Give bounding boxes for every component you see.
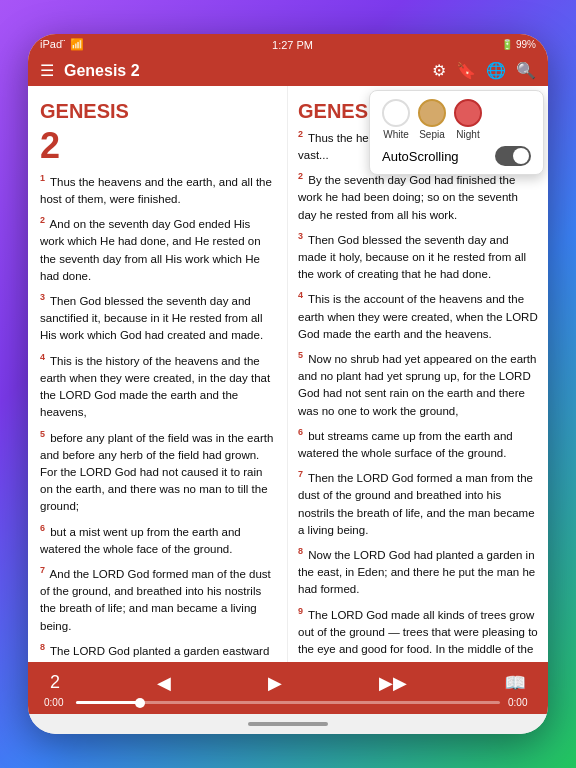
r-verse-text-8: Now the LORD God had planted a garden in… <box>298 549 535 596</box>
toolbar-title: Genesis 2 <box>64 62 422 80</box>
verse-right-8: 8 Now the LORD God had planted a garden … <box>298 545 538 599</box>
verse-right-6: 6 but streams came up from the earth and… <box>298 426 538 462</box>
verse-text-1: Thus the heavens and the earth, and all … <box>40 176 272 205</box>
verse-text-6: but a mist went up from the earth and wa… <box>40 525 241 554</box>
battery-level: 99% <box>516 39 536 50</box>
verse-left-8: 8 The LORD God planted a garden eastward… <box>40 641 277 662</box>
verse-text-2: And on the seventh day God ended His wor… <box>40 218 261 282</box>
white-label: White <box>383 129 409 140</box>
white-circle <box>382 99 410 127</box>
verse-text-4: This is the history of the heavens and t… <box>40 355 270 419</box>
progress-dot <box>135 698 145 708</box>
verse-num-7: 7 <box>40 565 45 575</box>
verse-right-5: 5 Now no shrub had yet appeared on the e… <box>298 349 538 420</box>
next-button[interactable]: ▶▶ <box>373 670 413 696</box>
r-verse-text-3: Then God blessed the seventh day and mad… <box>298 234 526 281</box>
time-start: 0:00 <box>44 697 68 708</box>
content-area: GENESIS 2 1 Thus the heavens and the ear… <box>28 86 548 662</box>
status-bar: iPad ̈ 📶 1:27 PM 🔋 99% <box>28 34 548 55</box>
r-verse-num-9: 9 <box>298 606 303 616</box>
verse-right-9: 9 The LORD God made all kinds of trees g… <box>298 605 538 662</box>
left-chapter-num: 2 <box>40 128 277 164</box>
r-verse-num-3: 3 <box>298 231 303 241</box>
verse-right-4: 4 This is the account of the heavens and… <box>298 289 538 343</box>
theme-night[interactable]: Night <box>454 99 482 140</box>
device-frame: iPad ̈ 📶 1:27 PM 🔋 99% ☰ Genesis 2 ⚙ 🔖 🌐… <box>28 34 548 734</box>
prev-button[interactable]: ◀ <box>151 670 177 696</box>
time-end: 0:00 <box>508 697 532 708</box>
r-verse-text-6: but streams came up from the earth and w… <box>298 430 513 459</box>
theme-popup: White Sepia Night AutoScrolling <box>369 90 544 175</box>
sepia-circle <box>418 99 446 127</box>
r-verse-text-9: The LORD God made all kinds of trees gro… <box>298 608 538 662</box>
book-button[interactable]: 📖 <box>498 670 532 696</box>
verse-right-3: 3 Then God blessed the seventh day and m… <box>298 230 538 284</box>
status-right: 🔋 99% <box>501 39 536 50</box>
status-left: iPad ̈ 📶 <box>40 38 84 51</box>
status-time: 1:27 PM <box>272 39 313 51</box>
page-num: 2 <box>44 670 66 695</box>
verse-right-7: 7 Then the LORD God formed a man from th… <box>298 468 538 539</box>
bookmark-icon[interactable]: 🔖 <box>456 61 476 80</box>
left-column: GENESIS 2 1 Thus the heavens and the ear… <box>28 86 288 662</box>
verse-left-3: 3 Then God blessed the seventh day and s… <box>40 291 277 345</box>
r-verse-num-5: 5 <box>298 350 303 360</box>
r-verse-num-4: 4 <box>298 290 303 300</box>
menu-icon[interactable]: ☰ <box>40 61 54 80</box>
verse-num-1: 1 <box>40 173 45 183</box>
verse-text-5: before any plant of the field was in the… <box>40 431 273 512</box>
bottom-controls: 2 ◀ ▶ ▶▶ 📖 <box>44 662 532 697</box>
night-circle <box>454 99 482 127</box>
settings-icon[interactable]: ⚙ <box>432 61 446 80</box>
verse-left-2: 2 And on the seventh day God ended His w… <box>40 214 277 285</box>
verse-left-6: 6 but a mist went up from the earth and … <box>40 522 277 558</box>
r-verse-text-2: By the seventh day God had finished the … <box>298 174 518 221</box>
play-button[interactable]: ▶ <box>262 670 288 696</box>
verse-left-5: 5 before any plant of the field was in t… <box>40 428 277 516</box>
verse-num-8: 8 <box>40 642 45 652</box>
progress-bar[interactable] <box>76 701 500 704</box>
r-verse-text-4: This is the account of the heavens and t… <box>298 293 538 340</box>
home-bar <box>248 722 328 726</box>
search-icon[interactable]: 🔍 <box>516 61 536 80</box>
verse-text-3: Then God blessed the seventh day and san… <box>40 295 263 342</box>
r-verse-num-8: 8 <box>298 546 303 556</box>
r-verse-num-6: 6 <box>298 427 303 437</box>
r-verse-text-5: Now no shrub had yet appeared on the ear… <box>298 353 536 417</box>
verse-left-7: 7 And the LORD God formed man of the dus… <box>40 564 277 635</box>
battery-icon: 🔋 <box>501 39 513 50</box>
sepia-label: Sepia <box>419 129 445 140</box>
wifi-symbol: 📶 <box>70 38 84 51</box>
theme-sepia[interactable]: Sepia <box>418 99 446 140</box>
home-indicator <box>28 714 548 734</box>
verse-num-4: 4 <box>40 352 45 362</box>
r-verse-num-2: 2 <box>298 171 303 181</box>
r-verse-text-7: Then the LORD God formed a man from the … <box>298 472 535 536</box>
verse-num-5: 5 <box>40 429 45 439</box>
toggle-knob <box>513 148 529 164</box>
verse-right-2: 2 By the seventh day God had finished th… <box>298 170 538 224</box>
theme-white[interactable]: White <box>382 99 410 140</box>
ipad-label: iPad ̈ <box>40 38 66 51</box>
verse-num-2: 2 <box>40 215 45 225</box>
verse-num-6: 6 <box>40 523 45 533</box>
toolbar: ☰ Genesis 2 ⚙ 🔖 🌐 🔍 <box>28 55 548 86</box>
bottom-bar: 2 ◀ ▶ ▶▶ 📖 0:00 0:00 <box>28 662 548 714</box>
verse-text-8: The LORD God planted a garden eastward i… <box>40 645 269 662</box>
verse-num-3: 3 <box>40 292 45 302</box>
progress-row: 0:00 0:00 <box>44 697 532 714</box>
progress-fill <box>76 701 140 704</box>
verse-text-7: And the LORD God formed man of the dust … <box>40 568 271 632</box>
verse-left-4: 4 This is the history of the heavens and… <box>40 351 277 422</box>
autoscroll-toggle[interactable] <box>495 146 531 166</box>
r-verse-num-7: 7 <box>298 469 303 479</box>
theme-options: White Sepia Night <box>382 99 531 140</box>
autoscroll-row: AutoScrolling <box>382 146 531 166</box>
verse-left-1: 1 Thus the heavens and the earth, and al… <box>40 172 277 208</box>
autoscroll-label: AutoScrolling <box>382 149 459 164</box>
night-label: Night <box>456 129 479 140</box>
r-verse-num-2a: 2 <box>298 129 303 139</box>
left-book-title: GENESIS <box>40 96 277 126</box>
globe-icon[interactable]: 🌐 <box>486 61 506 80</box>
toolbar-icons: ⚙ 🔖 🌐 🔍 <box>432 61 536 80</box>
